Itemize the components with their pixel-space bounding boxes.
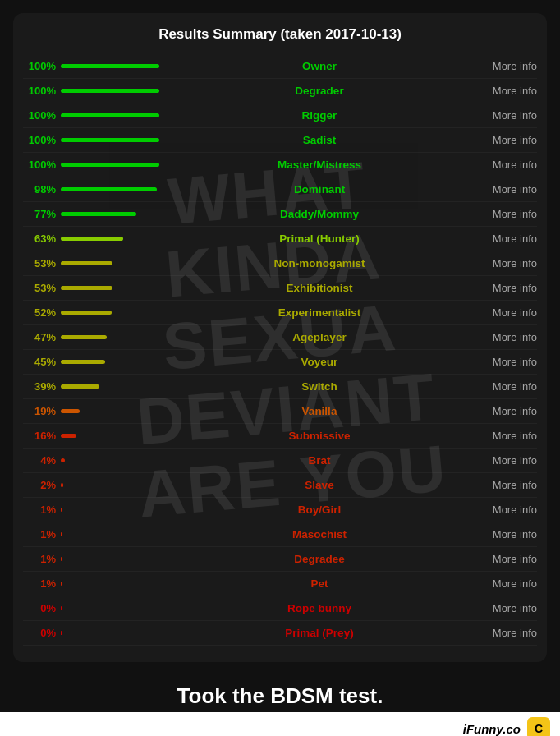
progress-bar: [61, 163, 159, 167]
role-label: Owner: [168, 60, 471, 72]
progress-bar: [61, 557, 62, 561]
table-row: 19%VanillaMore info: [23, 399, 537, 424]
role-label: Pet: [168, 577, 471, 590]
role-label: Ageplayer: [168, 331, 471, 343]
bar-cell: [61, 163, 168, 167]
progress-bar: [61, 508, 62, 512]
bar-cell: [61, 384, 168, 389]
bar-cell: [61, 187, 168, 191]
progress-bar: [61, 310, 112, 315]
more-info-button[interactable]: More info: [471, 85, 537, 97]
more-info-button[interactable]: More info: [471, 553, 537, 565]
progress-bar: [61, 631, 62, 635]
progress-bar: [61, 113, 159, 117]
more-info-button[interactable]: More info: [471, 528, 537, 540]
more-info-button[interactable]: More info: [471, 504, 537, 516]
pct-label: 63%: [23, 232, 61, 245]
more-info-button[interactable]: More info: [471, 356, 537, 368]
role-label: Non-monogamist: [168, 257, 471, 269]
more-info-button[interactable]: More info: [471, 208, 537, 220]
bar-cell: [61, 606, 168, 610]
pct-label: 98%: [23, 183, 61, 196]
more-info-button[interactable]: More info: [471, 109, 537, 122]
bar-cell: [61, 508, 168, 512]
bar-cell: [61, 557, 168, 561]
progress-bar: [61, 360, 105, 364]
role-label: Primal (Prey): [168, 627, 471, 639]
role-label: Degradee: [168, 553, 471, 565]
role-label: Exhibitionist: [168, 282, 471, 294]
progress-bar: [61, 187, 157, 191]
table-row: 0%Rope bunnyMore info: [23, 596, 537, 621]
pct-label: 1%: [23, 577, 61, 590]
pct-label: 45%: [23, 356, 61, 368]
more-info-button[interactable]: More info: [471, 602, 537, 614]
table-row: 47%AgeplayerMore info: [23, 325, 537, 350]
table-row: 2%SlaveMore info: [23, 473, 537, 498]
progress-bar: [61, 335, 107, 339]
table-row: 100%OwnerMore info: [23, 54, 537, 79]
bar-cell: [61, 64, 168, 68]
pct-label: 1%: [23, 528, 61, 540]
pct-label: 100%: [23, 159, 61, 171]
bar-cell: [61, 458, 168, 462]
more-info-button[interactable]: More info: [471, 134, 537, 146]
role-label: Vanilla: [168, 405, 471, 417]
table-row: 0%Primal (Prey)More info: [23, 621, 537, 646]
pct-label: 100%: [23, 109, 61, 122]
table-row: 45%VoyeurMore info: [23, 350, 537, 375]
bar-cell: [61, 261, 168, 265]
bar-cell: [61, 582, 168, 586]
progress-bar: [61, 384, 99, 389]
progress-bar: [61, 582, 62, 586]
table-row: 53%ExhibitionistMore info: [23, 276, 537, 301]
pct-label: 47%: [23, 331, 61, 343]
role-label: Rigger: [168, 109, 471, 122]
pct-label: 53%: [23, 282, 61, 294]
more-info-button[interactable]: More info: [471, 627, 537, 639]
table-row: 39%SwitchMore info: [23, 375, 537, 399]
role-label: Experimentalist: [168, 306, 471, 319]
table-row: 77%Daddy/MommyMore info: [23, 202, 537, 227]
pct-label: 100%: [23, 60, 61, 72]
role-label: Submissive: [168, 430, 471, 442]
progress-bar: [61, 286, 112, 290]
table-row: 100%DegraderMore info: [23, 79, 537, 104]
role-label: Boy/Girl: [168, 504, 471, 516]
progress-bar: [61, 64, 159, 68]
pct-label: 53%: [23, 257, 61, 269]
bar-cell: [61, 409, 168, 413]
bar-cell: [61, 631, 168, 635]
more-info-button[interactable]: More info: [471, 257, 537, 269]
pct-label: 39%: [23, 380, 61, 393]
pct-label: 52%: [23, 306, 61, 319]
more-info-button[interactable]: More info: [471, 159, 537, 171]
pct-label: 4%: [23, 454, 61, 467]
progress-bar: [61, 89, 159, 93]
more-info-button[interactable]: More info: [471, 430, 537, 442]
more-info-button[interactable]: More info: [471, 331, 537, 343]
pct-label: 1%: [23, 504, 61, 516]
more-info-button[interactable]: More info: [471, 577, 537, 590]
table-row: 100%Master/MistressMore info: [23, 153, 537, 177]
ifunny-bar: iFunny.co C: [0, 712, 560, 736]
more-info-button[interactable]: More info: [471, 306, 537, 319]
results-table: 100%OwnerMore info100%DegraderMore info1…: [23, 54, 537, 646]
bar-cell: [61, 89, 168, 93]
more-info-button[interactable]: More info: [471, 183, 537, 196]
more-info-button[interactable]: More info: [471, 60, 537, 72]
role-label: Masochist: [168, 528, 471, 540]
progress-bar: [61, 532, 62, 536]
bar-cell: [61, 434, 168, 438]
table-row: 100%RiggerMore info: [23, 104, 537, 128]
more-info-button[interactable]: More info: [471, 405, 537, 417]
role-label: Degrader: [168, 85, 471, 97]
more-info-button[interactable]: More info: [471, 454, 537, 467]
more-info-button[interactable]: More info: [471, 232, 537, 245]
more-info-button[interactable]: More info: [471, 282, 537, 294]
more-info-button[interactable]: More info: [471, 380, 537, 393]
table-row: 1%PetMore info: [23, 572, 537, 596]
table-row: 1%Boy/GirlMore info: [23, 498, 537, 522]
more-info-button[interactable]: More info: [471, 479, 537, 491]
role-label: Daddy/Mommy: [168, 208, 471, 220]
